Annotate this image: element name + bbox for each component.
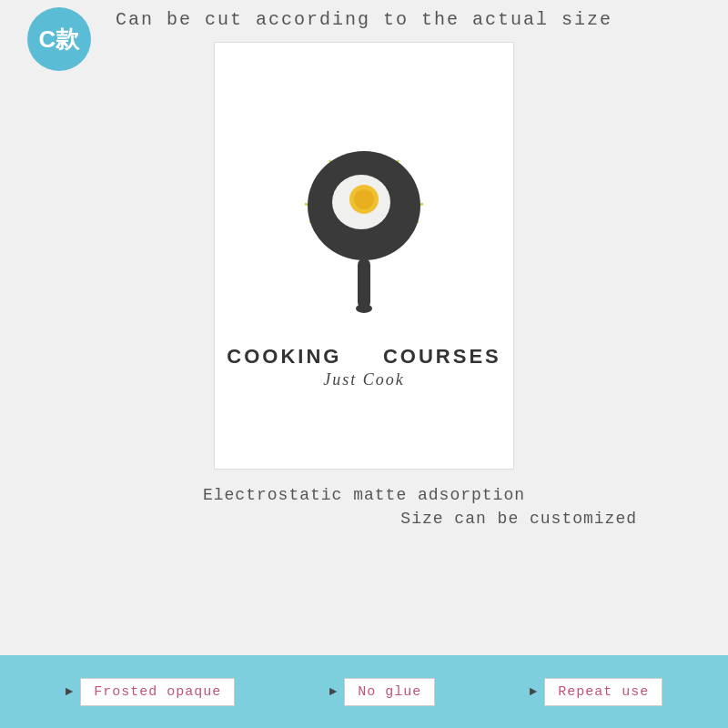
svg-point-16 — [356, 304, 372, 313]
size-text: Size can be customized — [18, 510, 710, 528]
bottom-bar: ► Frosted opaque ► No glue ► Repeat use — [0, 655, 728, 728]
cooking-label: COOKING — [227, 345, 341, 369]
feature-item-1: ► Frosted opaque — [66, 678, 235, 706]
courses-label: COURSES — [383, 345, 501, 369]
play-icon-2: ► — [329, 684, 337, 699]
bottom-info: Electrostatic matte adsorption Size can … — [0, 470, 728, 535]
logo-svg — [255, 122, 473, 340]
feature-badge-3: Repeat use — [544, 678, 662, 706]
cooking-courses-line: COOKING COURSES — [227, 345, 500, 369]
header-text: Can be cut according to the actual size — [0, 0, 728, 37]
electrostatic-text: Electrostatic matte adsorption — [18, 486, 710, 504]
main-card: COOKING COURSES Just Cook — [214, 42, 514, 470]
feature-item-2: ► No glue — [329, 678, 435, 706]
svg-point-14 — [354, 189, 374, 209]
feature-badge-2: No glue — [344, 678, 435, 706]
logo-text: COOKING COURSES Just Cook — [227, 345, 500, 389]
c-badge: C款 — [27, 7, 91, 71]
feature-badge-1: Frosted opaque — [80, 678, 235, 706]
play-icon-1: ► — [66, 684, 73, 699]
svg-rect-15 — [358, 258, 370, 308]
feature-item-3: ► Repeat use — [530, 678, 662, 706]
play-icon-3: ► — [530, 684, 537, 699]
tagline: Just Cook — [323, 370, 405, 389]
